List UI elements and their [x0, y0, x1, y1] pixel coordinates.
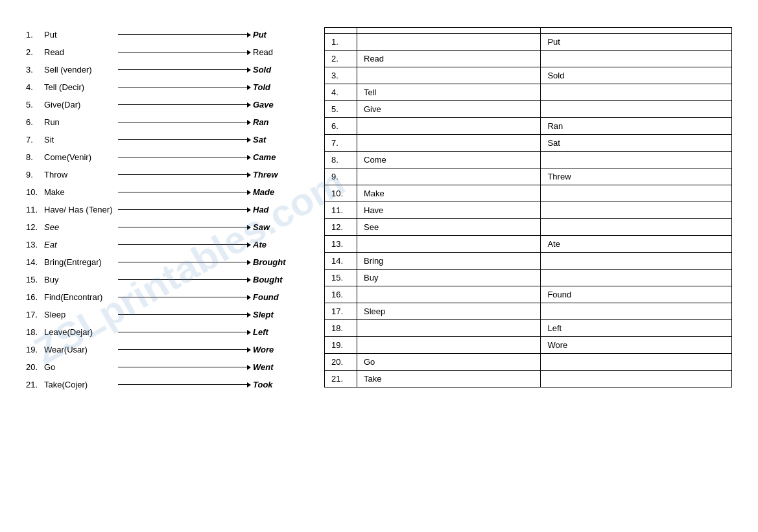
table-row: 9.Threw — [325, 168, 732, 185]
verb-present: Find(Encontrar) — [44, 292, 115, 302]
verb-number: 13. — [26, 240, 44, 249]
arrow-line — [118, 52, 250, 52]
verb-number: 9. — [26, 170, 44, 179]
verb-past: Told — [253, 82, 298, 92]
table-row: 11.Have — [325, 202, 732, 219]
verb-number: 18. — [26, 327, 44, 337]
row-past — [541, 101, 732, 118]
row-past — [541, 354, 732, 371]
row-past — [541, 219, 732, 236]
row-number: 3. — [325, 67, 357, 84]
right-section: 1.Put2.Read3.Sold4.Tell5.Give6.Ran7.Sat8… — [324, 19, 732, 387]
row-past: Found — [541, 286, 732, 303]
row-present: Buy — [357, 270, 541, 286]
verb-past: Ran — [253, 117, 298, 127]
fill-table: 1.Put2.Read3.Sold4.Tell5.Give6.Ran7.Sat8… — [324, 27, 732, 387]
verb-present: Put — [44, 30, 115, 40]
row-present: Take — [357, 371, 541, 387]
row-number: 12. — [325, 219, 357, 236]
verb-number: 20. — [26, 362, 44, 372]
verb-row: 19.Wear(Usar)Wore — [26, 342, 298, 356]
verb-past: Bought — [253, 275, 298, 284]
verb-row: 3.Sell (vender)Sold — [26, 62, 298, 76]
verb-present: Run — [44, 117, 115, 127]
verb-present: Sell (vender) — [44, 65, 115, 75]
row-number: 15. — [325, 270, 357, 286]
verb-number: 10. — [26, 187, 44, 197]
row-present: Go — [357, 354, 541, 371]
row-present — [357, 67, 541, 84]
arrow-line — [118, 384, 250, 385]
arrow-line — [118, 332, 250, 332]
verb-present: Go — [44, 362, 115, 372]
verb-number: 14. — [26, 257, 44, 267]
verb-past: Sat — [253, 135, 298, 145]
verb-number: 21. — [26, 380, 44, 389]
verb-number: 8. — [26, 152, 44, 162]
arrow-container — [118, 332, 250, 332]
verb-row: 14.Bring(Entregar)Brought — [26, 255, 298, 269]
verb-past: Saw — [253, 222, 298, 232]
verb-list: 1.PutPut2.ReadRead3.Sell (vender)Sold4.T… — [26, 27, 298, 391]
verb-number: 3. — [26, 65, 44, 75]
verb-present: Tell (Decir) — [44, 82, 115, 92]
row-present — [357, 236, 541, 253]
verb-number: 5. — [26, 100, 44, 110]
verb-row: 11.Have/ Has (Tener)Had — [26, 202, 298, 216]
row-number: 14. — [325, 253, 357, 270]
table-row: 3.Sold — [325, 67, 732, 84]
verb-row: 1.PutPut — [26, 27, 298, 41]
row-number: 1. — [325, 34, 357, 51]
verb-present: Throw — [44, 170, 115, 179]
row-present — [357, 34, 541, 51]
verb-past: Brought — [253, 257, 298, 267]
verb-number: 15. — [26, 275, 44, 284]
verb-row: 13.EatAte — [26, 237, 298, 251]
verb-row: 4.Tell (Decir)Told — [26, 80, 298, 94]
row-present: Tell — [357, 84, 541, 101]
row-present: See — [357, 219, 541, 236]
arrow-container — [118, 279, 250, 280]
verb-number: 11. — [26, 205, 44, 214]
verb-present: See — [44, 222, 115, 232]
row-number: 16. — [325, 286, 357, 303]
left-section: 1.PutPut2.ReadRead3.Sell (vender)Sold4.T… — [26, 19, 298, 395]
arrow-line — [118, 157, 250, 157]
row-present — [357, 320, 541, 337]
verb-number: 19. — [26, 345, 44, 354]
row-present — [357, 286, 541, 303]
row-past: Sat — [541, 135, 732, 152]
row-number: 21. — [325, 371, 357, 387]
arrow-line — [118, 209, 250, 210]
table-row: 19.Wore — [325, 337, 732, 354]
row-past: Sold — [541, 67, 732, 84]
table-row: 8.Come — [325, 152, 732, 168]
row-number: 18. — [325, 320, 357, 337]
row-present: Sleep — [357, 303, 541, 320]
row-past — [541, 152, 732, 168]
row-past — [541, 185, 732, 202]
fill-table-body: 1.Put2.Read3.Sold4.Tell5.Give6.Ran7.Sat8… — [325, 34, 732, 387]
row-number: 8. — [325, 152, 357, 168]
arrow-container — [118, 244, 250, 245]
row-number: 10. — [325, 185, 357, 202]
row-past — [541, 51, 732, 67]
arrow-line — [118, 104, 250, 105]
verb-number: 1. — [26, 30, 44, 40]
table-row: 17.Sleep — [325, 303, 732, 320]
arrow-line — [118, 69, 250, 70]
arrow-container — [118, 69, 250, 70]
arrow-line — [118, 349, 250, 350]
arrow-container — [118, 262, 250, 262]
arrow-line — [118, 87, 250, 87]
verb-number: 16. — [26, 292, 44, 302]
arrow-line — [118, 139, 250, 140]
row-present — [357, 118, 541, 135]
arrow-line — [118, 174, 250, 175]
row-number: 17. — [325, 303, 357, 320]
row-present: Give — [357, 101, 541, 118]
row-present — [357, 168, 541, 185]
verb-present: Wear(Usar) — [44, 345, 115, 354]
row-past — [541, 371, 732, 387]
table-row: 18.Left — [325, 320, 732, 337]
